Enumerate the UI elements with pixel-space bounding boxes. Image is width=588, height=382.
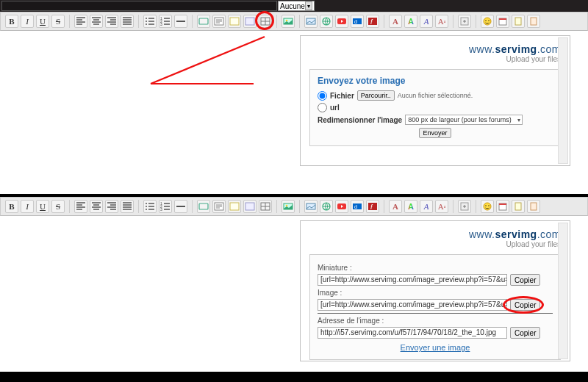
emoji-button[interactable] bbox=[481, 15, 494, 28]
host-image-button[interactable] bbox=[282, 200, 295, 213]
more-button[interactable] bbox=[458, 200, 471, 213]
svg-point-51 bbox=[484, 203, 491, 210]
flash-button[interactable]: f bbox=[366, 15, 379, 28]
svg-rect-56 bbox=[515, 203, 521, 210]
align-center-button[interactable] bbox=[90, 15, 103, 28]
addr-copy-button[interactable]: Copier bbox=[510, 327, 540, 339]
resize-select[interactable]: 800 px de largeur (pour les forums) bbox=[405, 115, 523, 125]
font-other-button[interactable]: Aa bbox=[435, 15, 448, 28]
no-file-text: Aucun fichier sélectionné. bbox=[398, 92, 473, 99]
topbar-address-field[interactable] bbox=[1, 1, 277, 11]
hidden-button[interactable] bbox=[243, 200, 257, 213]
hr-button[interactable] bbox=[174, 15, 187, 28]
arrow-annotation-icon bbox=[0, 31, 294, 119]
image-copy-button[interactable]: Copier bbox=[510, 299, 540, 311]
popup-scrollbar[interactable] bbox=[558, 223, 568, 359]
table-button[interactable] bbox=[259, 200, 272, 213]
font-family-button[interactable]: A bbox=[420, 15, 433, 28]
font-family-button[interactable]: A bbox=[420, 200, 433, 213]
paste-button[interactable] bbox=[512, 200, 525, 213]
list-ul-button[interactable] bbox=[143, 15, 157, 28]
hr-button[interactable] bbox=[174, 200, 187, 213]
clip-button[interactable] bbox=[527, 200, 540, 213]
dailymotion-button[interactable]: d bbox=[351, 200, 364, 213]
svg-rect-48 bbox=[368, 203, 377, 210]
font-color-button[interactable]: A bbox=[404, 200, 417, 213]
youtube-button[interactable] bbox=[335, 15, 348, 28]
spoiler-button[interactable] bbox=[228, 15, 241, 28]
flash-button[interactable]: f bbox=[366, 200, 379, 213]
popup-scrollbar[interactable] bbox=[558, 37, 568, 164]
aucune-select[interactable]: Aucune ▾ bbox=[278, 1, 315, 11]
send-button[interactable]: Envoyer bbox=[419, 128, 451, 138]
strike-button[interactable]: S bbox=[51, 200, 65, 213]
clip-button[interactable] bbox=[527, 15, 540, 28]
list-ul-button[interactable] bbox=[143, 200, 157, 213]
quote-button[interactable] bbox=[197, 15, 210, 28]
upload-url-label: url bbox=[330, 104, 340, 112]
font-size-button[interactable]: A bbox=[389, 15, 402, 28]
underline-button[interactable]: U bbox=[36, 15, 49, 28]
editor-textarea-1[interactable]: www.servimg.com Upload your files Envoye… bbox=[0, 31, 588, 194]
addr-input[interactable]: http://i57.servimg.com/u/f57/17/94/70/18… bbox=[318, 327, 507, 339]
svg-rect-25 bbox=[499, 18, 506, 20]
upload-file-radio[interactable] bbox=[318, 91, 327, 101]
align-left-button[interactable] bbox=[74, 200, 87, 213]
spoiler-button[interactable] bbox=[228, 200, 241, 213]
strike-button[interactable]: S bbox=[51, 15, 65, 28]
link-button[interactable] bbox=[320, 15, 333, 28]
font-color-button[interactable]: A bbox=[404, 15, 417, 28]
align-right-button[interactable] bbox=[105, 15, 118, 28]
align-right-button[interactable] bbox=[105, 200, 118, 213]
more-button[interactable] bbox=[458, 15, 471, 28]
servimg-logo: www.servimg.com bbox=[309, 43, 561, 55]
svg-rect-8 bbox=[230, 18, 239, 25]
align-center-button[interactable] bbox=[90, 200, 103, 213]
list-ol-button[interactable]: 123 bbox=[159, 200, 172, 213]
code-button[interactable] bbox=[212, 15, 226, 28]
svg-text:3: 3 bbox=[160, 207, 162, 212]
upload-url-radio[interactable] bbox=[318, 103, 327, 112]
hidden-button[interactable] bbox=[243, 15, 257, 28]
upload-popup: www.servimg.com Upload your files Envoye… bbox=[300, 35, 570, 166]
thumb-copy-button[interactable]: Copier bbox=[510, 274, 540, 286]
svg-point-32 bbox=[146, 209, 147, 210]
svg-point-0 bbox=[146, 18, 147, 19]
italic-button[interactable]: I bbox=[21, 200, 34, 213]
image-input[interactable]: [url=http://www.servimg.com/image_previe… bbox=[318, 299, 507, 311]
date-button[interactable] bbox=[496, 200, 509, 213]
thumb-input[interactable]: [url=http://www.servimg.com/image_previe… bbox=[318, 274, 507, 286]
youtube-button[interactable] bbox=[335, 200, 348, 213]
dailymotion-button[interactable]: d bbox=[351, 15, 364, 28]
list-ol-button[interactable]: 123 bbox=[159, 15, 172, 28]
link-button[interactable] bbox=[320, 200, 333, 213]
font-size-button[interactable]: A bbox=[389, 200, 402, 213]
resize-label: Redimensionner l'image bbox=[318, 116, 402, 124]
font-other-button[interactable]: Aa bbox=[435, 200, 448, 213]
svg-point-12 bbox=[286, 20, 288, 22]
table-button[interactable] bbox=[259, 15, 272, 28]
emoji-button[interactable] bbox=[481, 200, 494, 213]
bold-button[interactable]: B bbox=[5, 15, 18, 28]
svg-rect-39 bbox=[245, 203, 254, 210]
image-button[interactable] bbox=[304, 200, 318, 213]
date-button[interactable] bbox=[496, 15, 509, 28]
code-button[interactable] bbox=[212, 200, 226, 213]
align-left-button[interactable] bbox=[74, 15, 87, 28]
send-image-link[interactable]: Envoyer une image bbox=[401, 343, 470, 352]
svg-rect-27 bbox=[531, 18, 537, 25]
align-justify-button[interactable] bbox=[121, 15, 134, 28]
paste-button[interactable] bbox=[512, 15, 525, 28]
align-justify-button[interactable] bbox=[121, 200, 134, 213]
host-image-button[interactable] bbox=[282, 15, 295, 28]
italic-button[interactable]: I bbox=[21, 15, 34, 28]
svg-rect-57 bbox=[531, 203, 537, 210]
upload-file-label: Fichier bbox=[330, 92, 354, 100]
quote-button[interactable] bbox=[197, 200, 210, 213]
underline-button[interactable]: U bbox=[36, 200, 49, 213]
browse-button[interactable]: Parcourir.. bbox=[357, 90, 395, 101]
image-button[interactable] bbox=[304, 15, 318, 28]
svg-point-30 bbox=[146, 203, 147, 204]
editor-textarea-2[interactable]: www.servimg.com Upload your files Miniat… bbox=[0, 216, 588, 372]
bold-button[interactable]: B bbox=[5, 200, 18, 213]
